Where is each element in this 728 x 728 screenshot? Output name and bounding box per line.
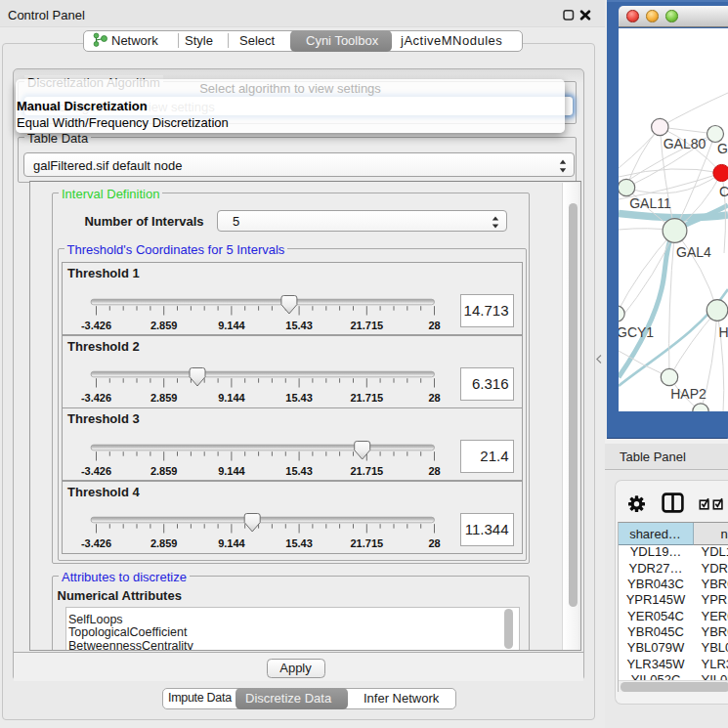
svg-text:15.43: 15.43 [285, 392, 313, 404]
svg-text:15.43: 15.43 [285, 319, 313, 330]
svg-text:2.859: 2.859 [150, 464, 178, 476]
svg-text:28: 28 [428, 319, 440, 330]
svg-text:21.715: 21.715 [350, 537, 383, 549]
svg-text:28: 28 [428, 464, 440, 476]
svg-text:9.144: 9.144 [218, 392, 245, 404]
svg-text:28: 28 [428, 537, 440, 549]
svg-text:CL: CL [719, 184, 728, 199]
svg-text:-3.426: -3.426 [81, 392, 111, 404]
svg-text:GAL80: GAL80 [664, 136, 707, 151]
svg-text:HA: HA [719, 324, 728, 340]
svg-text:9.144: 9.144 [218, 464, 245, 476]
svg-text:2.859: 2.859 [150, 537, 178, 549]
svg-text:15.43: 15.43 [285, 464, 313, 476]
svg-text:9.144: 9.144 [218, 319, 245, 330]
svg-text:GCY1: GCY1 [619, 324, 654, 340]
svg-text:9.144: 9.144 [218, 537, 245, 549]
svg-text:GAL4: GAL4 [676, 244, 711, 260]
svg-text:21.715: 21.715 [350, 319, 383, 330]
svg-text:-3.426: -3.426 [81, 464, 111, 476]
svg-text:21.715: 21.715 [350, 464, 383, 476]
svg-text:-3.426: -3.426 [81, 537, 111, 549]
svg-text:2.859: 2.859 [150, 319, 178, 330]
svg-text:2.859: 2.859 [150, 392, 178, 404]
svg-text:GAL11: GAL11 [629, 195, 671, 211]
svg-text:-3.426: -3.426 [81, 319, 111, 330]
svg-text:28: 28 [428, 392, 440, 404]
svg-text:GAL2: GAL2 [717, 141, 728, 156]
svg-text:HAP2: HAP2 [670, 386, 707, 402]
svg-text:21.715: 21.715 [350, 392, 383, 404]
svg-text:15.43: 15.43 [285, 537, 313, 549]
